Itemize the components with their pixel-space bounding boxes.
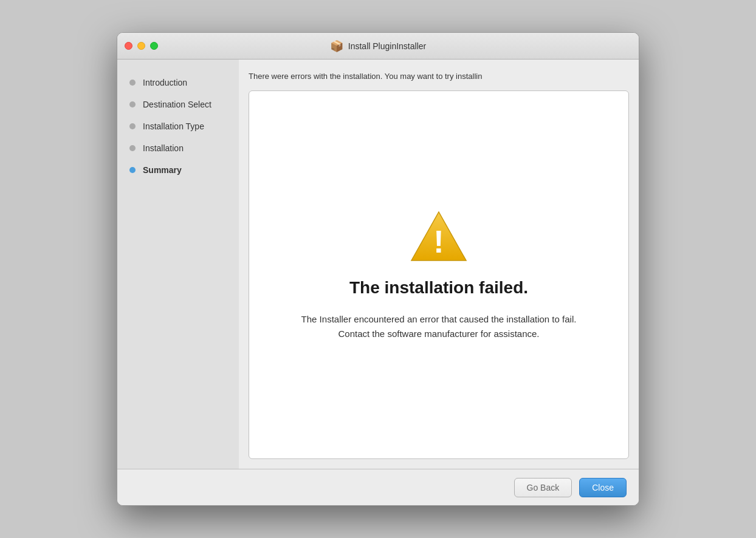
sidebar-item-destination-select: Destination Select (117, 94, 239, 115)
failure-title: The installation failed. (349, 278, 528, 298)
traffic-lights (125, 42, 158, 50)
sidebar-item-summary: Summary (117, 159, 239, 181)
sidebar-label-summary: Summary (143, 165, 182, 175)
failure-description: The Installer encountered an error that … (293, 312, 585, 341)
titlebar-title: 📦 Install PluginInstaller (330, 39, 426, 53)
maximize-button[interactable] (150, 42, 158, 50)
minimize-button[interactable] (137, 42, 145, 50)
main-area: There were errors with the installation.… (239, 60, 639, 469)
sidebar-dot-installation-type (129, 123, 136, 129)
sidebar-item-introduction: Introduction (117, 72, 239, 94)
sidebar-label-introduction: Introduction (143, 78, 187, 87)
close-button-footer[interactable]: Close (579, 478, 627, 497)
close-button[interactable] (125, 42, 132, 50)
sidebar-dot-introduction (129, 80, 136, 86)
titlebar: 📦 Install PluginInstaller (117, 33, 639, 60)
sidebar-dot-destination-select (129, 101, 136, 107)
sidebar-dot-installation (129, 145, 136, 151)
sidebar-dot-summary (129, 167, 136, 173)
error-banner: There were errors with the installation.… (249, 69, 629, 83)
installer-window: 📦 Install PluginInstaller Introduction D… (117, 32, 639, 506)
sidebar-label-installation-type: Installation Type (143, 121, 204, 131)
window-title: Install PluginInstaller (348, 41, 426, 51)
content-panel: ! The installation failed. The Installer… (249, 90, 629, 459)
sidebar-label-installation: Installation (143, 143, 184, 153)
content-area: Introduction Destination Select Installa… (117, 60, 639, 469)
app-icon: 📦 (330, 39, 343, 53)
sidebar-item-installation: Installation (117, 137, 239, 159)
svg-text:!: ! (433, 224, 444, 259)
sidebar-item-installation-type: Installation Type (117, 115, 239, 137)
sidebar: Introduction Destination Select Installa… (117, 60, 239, 469)
go-back-button[interactable]: Go Back (514, 478, 572, 497)
bottom-bar: Go Back Close (117, 469, 639, 505)
sidebar-label-destination-select: Destination Select (143, 100, 211, 109)
warning-icon: ! (408, 209, 469, 264)
